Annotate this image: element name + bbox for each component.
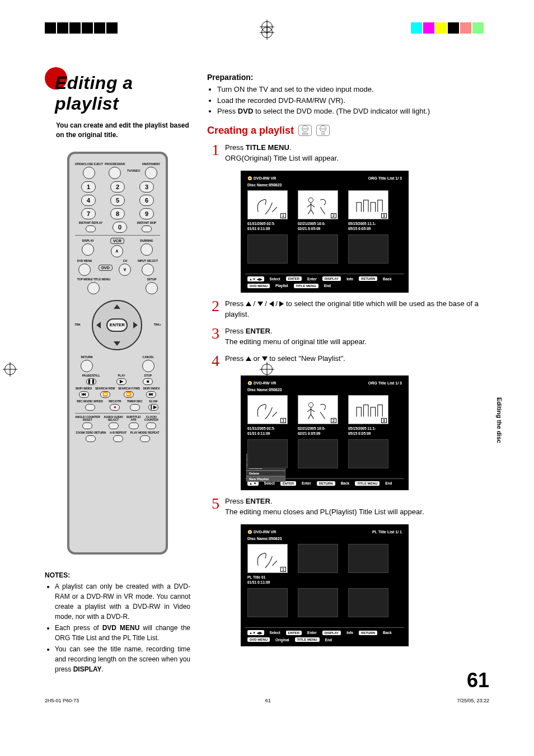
arrow-up-icon[interactable]: [114, 304, 120, 309]
skip-forward-button[interactable]: ⏭: [146, 391, 156, 398]
note-item: Each press of DVD MENU will change the O…: [55, 623, 190, 643]
note-item: You can see the title name, recording ti…: [55, 644, 190, 674]
page-number: 61: [467, 669, 489, 692]
arrow-down-icon[interactable]: [114, 341, 120, 346]
num-4[interactable]: 4: [81, 195, 96, 206]
osd-title-list-2: 📀 DVD-RW VRORG Title List 1/ 3Disc Name:…: [241, 375, 409, 490]
arrow-left-icon: [269, 301, 274, 307]
ch-up-button[interactable]: ∧: [111, 245, 123, 257]
prep-item: Load the recorded DVD-RAM/RW (VR).: [217, 95, 489, 106]
arrow-up-icon: [246, 356, 251, 361]
creating-playlist-heading: Creating a playlist DVDRAM DVDVR: [207, 125, 489, 137]
black-registration-blocks: [45, 22, 118, 34]
svg-point-0: [308, 198, 313, 202]
dubbing-button[interactable]: [140, 243, 153, 256]
input-select-button[interactable]: [142, 264, 154, 276]
prep-item: Turn ON the TV and set to the video inpu…: [217, 84, 489, 95]
title-menu-button[interactable]: [87, 282, 100, 294]
num-2[interactable]: 2: [110, 181, 125, 192]
notes-list: A playlist can only be created with a DV…: [55, 581, 190, 674]
play-button[interactable]: ▶: [116, 378, 127, 385]
step-1: 1 Press TITLE MENU. ORG(Original) Title …: [207, 142, 489, 164]
registration-mark-bottom-icon: [261, 27, 273, 38]
step-4: 4 Press or to select "New Playlist".: [207, 353, 489, 369]
progressive-button[interactable]: [109, 167, 121, 179]
num-3[interactable]: 3: [139, 181, 154, 192]
dvd-button[interactable]: DVD: [99, 265, 113, 271]
footer-print-info: 2H5-01 P60-73 61 7/25/05, 23:22: [0, 698, 534, 715]
num-6[interactable]: 6: [139, 195, 154, 206]
arrow-up-icon: [246, 302, 251, 306]
record-button[interactable]: ●: [110, 404, 120, 411]
arrow-right-icon[interactable]: [133, 322, 138, 328]
num-5[interactable]: 5: [110, 195, 125, 206]
power-button[interactable]: [145, 167, 157, 179]
osd-title-list-1: 📀 DVD-RW VRORG Title List 1/ 3Disc Name:…: [241, 171, 409, 293]
eject-button[interactable]: [83, 167, 95, 179]
num-9[interactable]: 9: [139, 208, 154, 219]
footer-left: 2H5-01 P60-73: [45, 698, 79, 703]
ch-down-button[interactable]: ∨: [119, 264, 131, 276]
enter-button[interactable]: ENTER: [106, 318, 128, 332]
dvd-menu-button[interactable]: [78, 264, 91, 276]
direction-pad[interactable]: ENTER: [92, 300, 142, 350]
preparation-list: Turn ON the TV and set to the video inpu…: [217, 84, 489, 117]
cancel-button[interactable]: [142, 360, 154, 372]
prep-item: Press DVD to select the DVD mode. (The D…: [217, 106, 489, 117]
svg-point-1: [308, 402, 313, 407]
instant-skip-button[interactable]: [142, 226, 152, 232]
vcr-button[interactable]: VCR: [110, 238, 124, 244]
osd-pl-title-list: 📀 DVD-RW VRPL Title List 1/ 1Disc Name:0…: [241, 524, 409, 646]
footer-right: 7/25/05, 23:22: [457, 698, 489, 703]
num-0[interactable]: 0: [113, 222, 127, 233]
return-button[interactable]: [81, 360, 93, 372]
note-item: A playlist can only be created with a DV…: [55, 581, 190, 622]
dvd-ram-chip-icon: DVDRAM: [298, 125, 312, 136]
arrow-right-icon: [279, 301, 284, 307]
arrow-down-icon: [262, 356, 268, 361]
color-registration-blocks: [411, 22, 484, 34]
slow-button[interactable]: ❙▶: [148, 404, 158, 411]
preparation-heading: Preparation:: [207, 73, 489, 82]
step-5: 5 Press ENTER. The editing menu closes a…: [207, 496, 489, 518]
rec-mode-button[interactable]: [85, 404, 95, 411]
instant-replay-button[interactable]: [86, 226, 96, 232]
intro-text: You can create and edit the playlist bas…: [56, 121, 190, 140]
timer-rec-button[interactable]: [130, 404, 140, 411]
dvd-vr-chip-icon: DVDVR: [316, 125, 330, 136]
stop-button[interactable]: ■: [143, 378, 153, 385]
rewind-button[interactable]: ⏪: [100, 391, 110, 398]
step-2: 2 Press / / / to select the original tit…: [207, 298, 489, 320]
num-8[interactable]: 8: [110, 208, 125, 219]
side-tab-label: Editing the disc: [496, 397, 503, 443]
display-button[interactable]: [82, 243, 94, 256]
num-7[interactable]: 7: [81, 208, 96, 219]
num-1[interactable]: 1: [81, 181, 96, 192]
pause-button[interactable]: ❚❚: [86, 378, 96, 385]
notes-heading: NOTES:: [45, 571, 190, 579]
arrow-left-icon[interactable]: [96, 322, 101, 328]
remote-control-illustration: OPEN/CLOSE EJECT PROGRESSIVE TV/VIDEO ON…: [67, 152, 168, 555]
setup-button[interactable]: [146, 282, 158, 294]
step-3: 3 Press ENTER. The editing menu of origi…: [207, 326, 489, 348]
step-number: 1: [207, 142, 219, 164]
arrow-down-icon: [257, 302, 263, 306]
footer-center: 61: [265, 698, 271, 703]
page-title: Editing a playlist: [55, 73, 190, 114]
fast-forward-button[interactable]: ⏩: [124, 391, 134, 398]
skip-back-button[interactable]: ⏮: [79, 391, 89, 398]
